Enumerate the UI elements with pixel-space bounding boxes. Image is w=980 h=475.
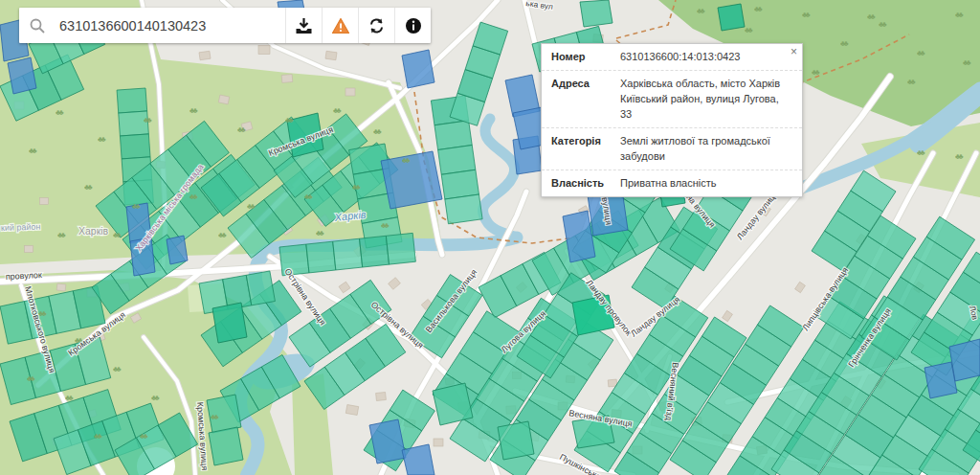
map-parcel[interactable] bbox=[120, 134, 150, 159]
field-label: Категорія bbox=[551, 134, 620, 165]
building bbox=[218, 95, 229, 104]
field-label: Номер bbox=[551, 50, 620, 65]
map-parcel[interactable] bbox=[209, 427, 243, 465]
warning-button[interactable] bbox=[322, 8, 358, 43]
street-label: провулок bbox=[6, 270, 43, 282]
field-label: Адреса bbox=[551, 77, 620, 123]
field-value: Харківська область, місто Харків Київськ… bbox=[620, 77, 792, 123]
field-label: Власність bbox=[551, 176, 620, 192]
cadastral-map-app: ♣♣♣♣♣♣♣♣♣♣♣♣♣♣♣♣♣♣♣♣♣♣♣♣♣♣♣♣♣♣♣♣♣♣♣♣♣♣♣♣… bbox=[0, 0, 980, 475]
building bbox=[56, 283, 66, 291]
field-value: Землі житлової та громадської забудови bbox=[620, 134, 792, 165]
download-button[interactable] bbox=[285, 8, 322, 43]
building bbox=[40, 198, 49, 205]
building bbox=[258, 46, 270, 55]
map-parcel[interactable] bbox=[433, 383, 473, 425]
building bbox=[199, 51, 211, 59]
map-parcel[interactable] bbox=[386, 233, 415, 264]
map-parcel[interactable] bbox=[445, 194, 482, 224]
building bbox=[325, 51, 337, 59]
map-parcel[interactable] bbox=[441, 170, 479, 199]
map-parcel-blue[interactable] bbox=[402, 50, 434, 88]
map-parcel[interactable] bbox=[360, 236, 390, 267]
map-parcel[interactable] bbox=[718, 4, 745, 31]
map-parcel[interactable] bbox=[498, 421, 534, 460]
building bbox=[345, 88, 355, 96]
map-parcel-blue[interactable] bbox=[167, 236, 188, 264]
building bbox=[25, 246, 33, 253]
popup-row-ownership: Власність Приватна власність bbox=[542, 170, 802, 196]
map-canvas[interactable]: ♣♣♣♣♣♣♣♣♣♣♣♣♣♣♣♣♣♣♣♣♣♣♣♣♣♣♣♣♣♣♣♣♣♣♣♣♣♣♣♣… bbox=[0, 0, 980, 475]
map-parcel[interactable] bbox=[306, 241, 336, 273]
map-parcel[interactable] bbox=[117, 88, 147, 113]
popup-row-number: Номер 6310136600:14:013:0423 bbox=[542, 44, 802, 71]
map-parcel-blue[interactable] bbox=[381, 151, 442, 209]
map-parcel[interactable] bbox=[438, 145, 476, 174]
info-button[interactable] bbox=[394, 8, 431, 43]
map-parcel[interactable] bbox=[434, 121, 472, 150]
search-icon bbox=[19, 8, 56, 43]
popup-row-category: Категорія Землі житлової та громадської … bbox=[542, 128, 802, 170]
map-parcel-blue[interactable] bbox=[924, 362, 957, 398]
popup-row-address: Адреса Харківська область, місто Харків … bbox=[542, 71, 802, 128]
map-parcel-blue[interactable] bbox=[402, 444, 434, 475]
parcel-info-popup: × Номер 6310136600:14:013:0423 Адреса Ха… bbox=[541, 43, 803, 197]
building bbox=[434, 439, 443, 446]
street-label: кий район bbox=[1, 222, 41, 233]
close-icon[interactable]: × bbox=[791, 46, 797, 57]
cadastral-number-input[interactable] bbox=[56, 8, 285, 43]
search-bar bbox=[19, 8, 431, 43]
map-parcel[interactable] bbox=[333, 238, 363, 270]
field-value: 6310136600:14:013:0423 bbox=[620, 50, 792, 65]
street-label: Харків bbox=[78, 225, 109, 237]
building bbox=[281, 75, 293, 83]
refresh-button[interactable] bbox=[358, 8, 394, 43]
building bbox=[376, 392, 387, 400]
field-value: Приватна власність bbox=[620, 176, 792, 192]
map-parcel[interactable] bbox=[212, 303, 247, 343]
map-parcel[interactable] bbox=[246, 271, 275, 305]
map-parcel[interactable] bbox=[580, 0, 612, 27]
building bbox=[345, 405, 358, 416]
